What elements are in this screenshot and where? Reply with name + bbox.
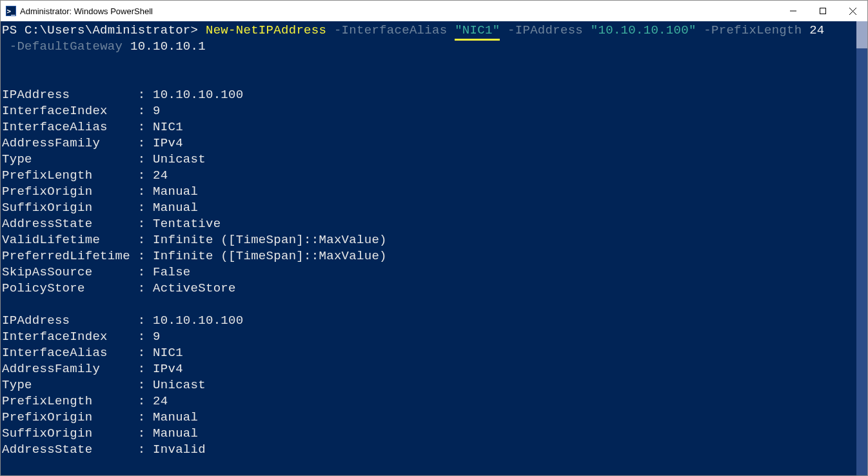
terminal-output[interactable]: PS C:\Users\Administrator> New-NetIPAddr… [1, 21, 856, 475]
scroll-thumb[interactable] [856, 21, 867, 48]
svg-rect-1 [820, 8, 826, 14]
scroll-track[interactable] [856, 21, 867, 475]
powershell-window: >_ Administrator: Windows PowerShell PS … [0, 0, 868, 476]
maximize-button[interactable] [808, 1, 838, 21]
close-icon [849, 8, 856, 15]
minimize-icon [790, 8, 796, 14]
title-bar[interactable]: >_ Administrator: Windows PowerShell [1, 1, 867, 21]
client-area: PS C:\Users\Administrator> New-NetIPAddr… [1, 21, 867, 475]
scrollbar[interactable] [856, 21, 867, 475]
minimize-button[interactable] [778, 1, 808, 21]
close-button[interactable] [838, 1, 867, 21]
app-icon: >_ [6, 6, 16, 16]
window-title: Administrator: Windows PowerShell [20, 6, 153, 16]
maximize-icon [820, 8, 826, 14]
